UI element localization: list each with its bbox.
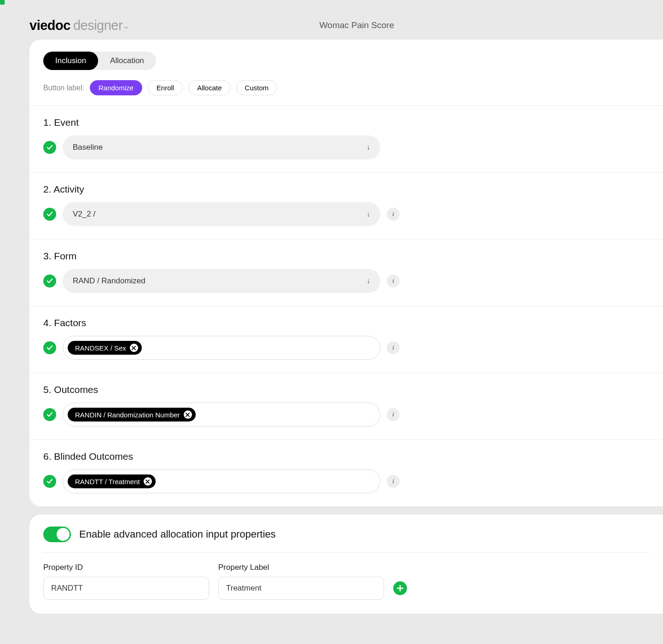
factors-tag: RANDSEX / Sex (68, 341, 142, 355)
check-icon (43, 208, 56, 221)
activity-dropdown[interactable]: V2_2 / ↓ (63, 202, 380, 226)
blinded-tag: RANDTT / Treatment (68, 474, 156, 488)
remove-tag-icon[interactable] (184, 410, 192, 419)
check-icon (43, 141, 56, 154)
check-icon (43, 341, 56, 354)
section-form-title: 3. Form (43, 251, 649, 262)
property-id-col: Property ID (43, 563, 209, 600)
info-icon[interactable]: i (387, 208, 400, 221)
chip-custom[interactable]: Custom (236, 80, 278, 95)
blinded-input[interactable]: RANDTT / Treatment (63, 469, 380, 493)
property-label-label: Property Label (218, 563, 384, 572)
section-form: 3. Form RAND / Randomized ↓ i (29, 240, 663, 306)
blinded-tag-label: RANDTT / Treatment (75, 478, 140, 486)
chip-allocate[interactable]: Allocate (188, 80, 230, 95)
tab-inclusion[interactable]: Inclusion (43, 52, 98, 70)
check-icon (43, 275, 56, 287)
logo-bold: viedoc (29, 18, 70, 33)
decorative-strip (0, 0, 5, 5)
props-row: Property ID Property Label (43, 563, 649, 600)
property-id-input[interactable] (43, 577, 209, 600)
outcomes-tag-label: RANDIN / Randomization Number (75, 411, 180, 419)
property-id-label: Property ID (43, 563, 209, 572)
form-dropdown[interactable]: RAND / Randomized ↓ (63, 269, 380, 293)
button-label-prefix: Button label: (43, 84, 84, 92)
toggle-knob (57, 528, 70, 541)
section-event-title: 1. Event (43, 117, 649, 128)
main-panel: Inclusion Allocation Button label: Rando… (29, 40, 663, 506)
property-label-input[interactable] (218, 577, 384, 600)
logo-tm: ™ (123, 26, 128, 31)
section-outcomes-title: 5. Outcomes (43, 384, 649, 395)
form-dropdown-value: RAND / Randomized (73, 276, 145, 286)
section-activity-title: 2. Activity (43, 184, 649, 195)
outcomes-tag: RANDIN / Randomization Number (68, 408, 196, 422)
section-factors-title: 4. Factors (43, 317, 649, 328)
section-activity: 2. Activity V2_2 / ↓ i (29, 173, 663, 240)
property-label-col: Property Label (218, 563, 384, 600)
tab-allocation[interactable]: Allocation (98, 52, 156, 70)
logo: viedoc designer ™ (29, 18, 128, 33)
section-event: 1. Event Baseline ↓ (29, 106, 663, 173)
toggle-row: Enable advanced allocation input propert… (43, 527, 649, 553)
advanced-toggle-label: Enable advanced allocation input propert… (79, 528, 276, 540)
remove-tag-icon[interactable] (144, 477, 152, 486)
remove-tag-icon[interactable] (130, 344, 138, 352)
chevron-down-icon: ↓ (366, 143, 370, 152)
chevron-down-icon: ↓ (366, 210, 370, 218)
tabs-row: Inclusion Allocation (29, 40, 663, 80)
header: viedoc designer ™ Womac Pain Score (0, 0, 663, 40)
section-blinded-outcomes: 6. Blinded Outcomes RANDTT / Treatment i (29, 440, 663, 506)
activity-dropdown-value: V2_2 / (73, 210, 95, 219)
info-icon[interactable]: i (387, 408, 400, 421)
event-dropdown[interactable]: Baseline ↓ (63, 135, 380, 159)
tabs-pill: Inclusion Allocation (43, 52, 156, 70)
info-icon[interactable]: i (387, 475, 400, 488)
chip-randomize[interactable]: Randomize (90, 80, 142, 95)
info-icon[interactable]: i (387, 341, 400, 354)
advanced-panel: Enable advanced allocation input propert… (29, 515, 663, 614)
section-blinded-title: 6. Blinded Outcomes (43, 451, 649, 462)
section-factors: 4. Factors RANDSEX / Sex i (29, 306, 663, 373)
info-icon[interactable]: i (387, 275, 400, 287)
section-outcomes: 5. Outcomes RANDIN / Randomization Numbe… (29, 373, 663, 440)
factors-tag-label: RANDSEX / Sex (75, 344, 126, 352)
factors-input[interactable]: RANDSEX / Sex (63, 336, 380, 360)
check-icon (43, 475, 56, 488)
add-property-button[interactable] (393, 581, 407, 595)
advanced-toggle[interactable] (43, 527, 71, 542)
event-dropdown-value: Baseline (73, 143, 103, 152)
check-icon (43, 408, 56, 421)
page-title: Womac Pain Score (320, 20, 394, 30)
button-label-row: Button label: Randomize Enroll Allocate … (29, 80, 663, 106)
chevron-down-icon: ↓ (366, 277, 370, 285)
outcomes-input[interactable]: RANDIN / Randomization Number (63, 403, 380, 427)
chip-enroll[interactable]: Enroll (148, 80, 183, 95)
logo-light: designer (73, 18, 122, 33)
